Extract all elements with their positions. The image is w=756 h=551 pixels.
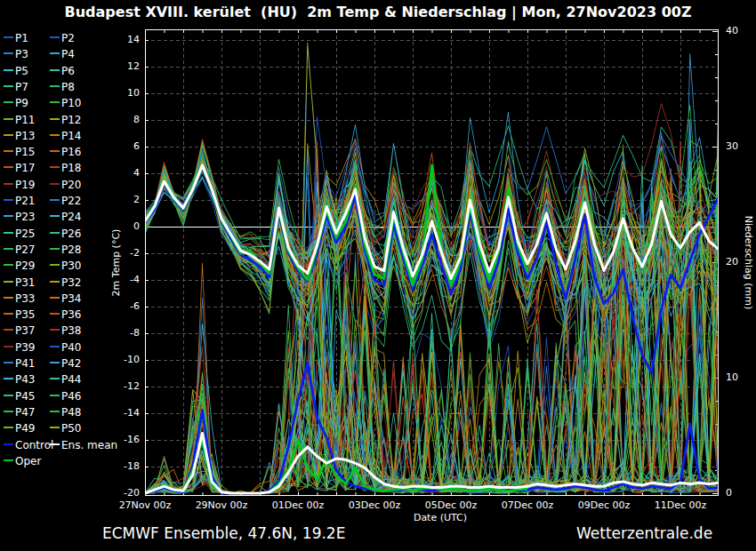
- date-tick-label: 01Dec 00z: [260, 499, 336, 511]
- legend-item-label: P43: [15, 373, 36, 386]
- legend-item-label: P50: [61, 422, 82, 435]
- legend-item-p40: P40: [50, 341, 82, 355]
- legend-color-swatch: [4, 297, 13, 299]
- legend-item-label: P2: [61, 32, 75, 44]
- legend-item-label: P16: [61, 146, 82, 158]
- legend-item-p37: P37: [4, 324, 36, 338]
- legend-item-label: P35: [15, 308, 36, 321]
- legend-item-p11: P11: [4, 114, 36, 127]
- legend-color-swatch: [4, 362, 13, 363]
- legend-item-p48: P48: [50, 406, 82, 419]
- legend-item-label: P19: [15, 179, 36, 191]
- legend-item-p19: P19: [4, 179, 36, 192]
- temp-tick-label: 14: [102, 34, 140, 45]
- date-tick-label: 29Nov 00z: [183, 499, 260, 511]
- date-tick-label: 05Dec 00z: [413, 499, 489, 511]
- legend-item-p1: P1: [4, 32, 28, 45]
- legend-item-label: P3: [15, 48, 28, 60]
- legend-item-label: P31: [15, 276, 36, 289]
- legend-item-p26: P26: [50, 228, 82, 241]
- temp-tick-label: 10: [102, 87, 140, 99]
- legend-item-p12: P12: [50, 114, 82, 127]
- legend-color-swatch: [50, 150, 60, 152]
- legend-item-label: P13: [15, 130, 36, 142]
- legend-color-swatch: [4, 281, 13, 283]
- legend-item-p44: P44: [50, 373, 82, 387]
- legend-item-label: P45: [15, 390, 36, 403]
- legend-color-swatch: [50, 313, 60, 315]
- legend-color-swatch: [4, 69, 13, 71]
- y-axis-label-precip: Niederschlag (mm): [743, 205, 754, 321]
- legend-item-p38: P38: [50, 324, 82, 338]
- legend-color-swatch: [4, 199, 13, 201]
- legend-color-swatch: [50, 232, 60, 234]
- ensemble-chart-plot: [145, 29, 719, 496]
- legend-item-p10: P10: [50, 97, 82, 110]
- legend-item-p23: P23: [4, 211, 36, 224]
- legend-color-swatch: [4, 248, 13, 250]
- legend-item-label: P20: [61, 179, 82, 191]
- legend-item-p17: P17: [4, 162, 36, 175]
- legend-color-swatch: [50, 118, 60, 120]
- legend-item-label: P26: [61, 228, 82, 240]
- legend-color-swatch: [50, 85, 60, 87]
- legend-item-label: P8: [61, 81, 75, 93]
- footer-model-info: ECMWF Ensemble, 47.6N, 19.2E: [102, 524, 345, 542]
- legend-item-label: P33: [15, 292, 36, 305]
- legend-item-p32: P32: [50, 276, 82, 290]
- legend-item-p25: P25: [4, 228, 36, 241]
- legend-item-p39: P39: [4, 341, 36, 355]
- legend-item-label: P40: [61, 341, 82, 354]
- temp-tick-label: -20: [102, 487, 140, 499]
- legend-color-swatch: [50, 378, 60, 379]
- precip-tick-label: 30: [726, 140, 756, 152]
- legend-color-swatch: [50, 443, 60, 445]
- legend-item-p35: P35: [4, 308, 36, 322]
- legend-item-label: P24: [61, 211, 82, 223]
- legend-item-p7: P7: [4, 81, 28, 94]
- temp-tick-label: -10: [102, 354, 140, 365]
- legend-item-p6: P6: [50, 65, 75, 78]
- legend-item-p41: P41: [4, 357, 36, 371]
- legend-color-swatch: [4, 443, 13, 445]
- temp-tick-label: 4: [102, 167, 140, 179]
- legend-item-control: Control: [4, 439, 53, 452]
- legend-item-label: P17: [15, 162, 36, 174]
- legend-item-label: P46: [61, 390, 82, 403]
- legend-color-swatch: [4, 264, 13, 266]
- legend-color-swatch: [50, 346, 60, 347]
- legend-color-swatch: [4, 183, 13, 185]
- legend-item-p16: P16: [50, 146, 82, 159]
- legend-item-p9: P9: [4, 97, 28, 110]
- legend-color-swatch: [4, 134, 13, 136]
- legend-color-swatch: [50, 134, 60, 136]
- legend-color-swatch: [50, 166, 60, 168]
- legend-item-p2: P2: [50, 32, 75, 45]
- legend-item-p33: P33: [4, 292, 36, 306]
- legend-item-p49: P49: [4, 422, 36, 435]
- temp-tick-label: 12: [102, 60, 140, 72]
- legend-item-p30: P30: [50, 260, 82, 273]
- legend-item-p28: P28: [50, 244, 82, 257]
- legend-item-label: Control: [15, 439, 53, 451]
- legend-item-label: P47: [15, 406, 36, 419]
- legend-color-swatch: [4, 166, 13, 168]
- temp-tick-label: -18: [102, 460, 140, 472]
- precip-tick-label: 10: [726, 371, 756, 383]
- legend-item-label: P28: [61, 244, 82, 256]
- legend-item-label: P5: [15, 65, 28, 77]
- legend-item-label: P37: [15, 324, 36, 337]
- legend-color-swatch: [4, 313, 13, 315]
- legend-item-label: P12: [61, 114, 82, 126]
- legend-item-label: P49: [15, 422, 36, 435]
- legend-item-label: P6: [61, 65, 75, 77]
- legend-item-p22: P22: [50, 195, 82, 208]
- legend-color-swatch: [4, 150, 13, 152]
- legend-item-label: P9: [15, 97, 28, 109]
- temp-tick-label: 8: [102, 114, 140, 125]
- legend-item-label: P48: [61, 406, 82, 419]
- legend-item-label: P27: [15, 244, 36, 256]
- legend-item-label: P10: [61, 97, 82, 109]
- legend-item-p5: P5: [4, 65, 28, 78]
- legend-item-p4: P4: [50, 48, 75, 61]
